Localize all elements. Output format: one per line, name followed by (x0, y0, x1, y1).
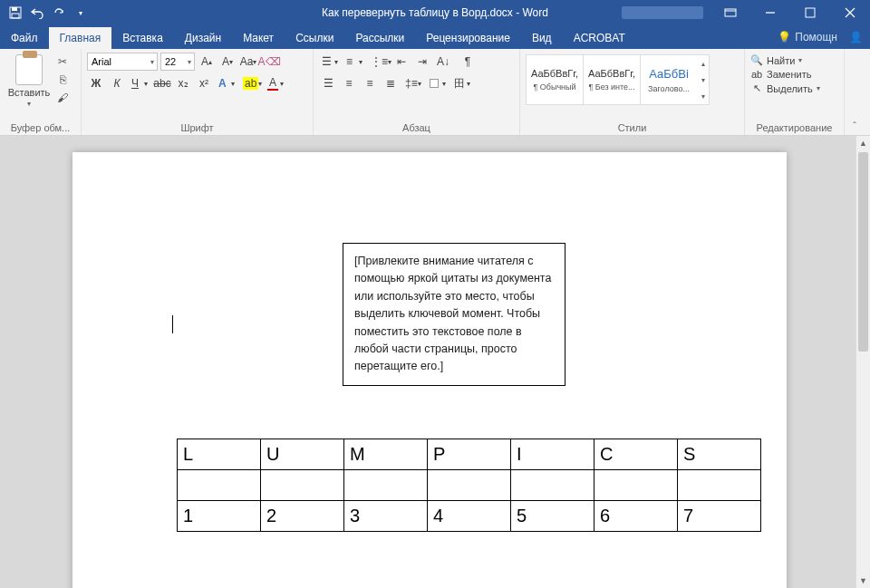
maximize-button[interactable] (790, 0, 830, 25)
borders-button[interactable]: 田▾ (451, 74, 473, 92)
tab-references[interactable]: Ссылки (285, 27, 344, 49)
title-bar: ▾ Как перевернуть таблицу в Ворд.docx - … (0, 0, 870, 25)
font-name-select[interactable]: Arial▾ (87, 53, 158, 71)
svg-rect-6 (806, 8, 815, 17)
tab-review[interactable]: Рецензирование (415, 27, 521, 49)
align-center-button[interactable]: ≡ (340, 74, 358, 92)
undo-button[interactable] (27, 3, 47, 23)
group-styles-label: Стили (526, 120, 739, 135)
tell-me-label: Помощн (795, 31, 837, 43)
collapse-ribbon-button[interactable]: ˆ (845, 49, 865, 135)
italic-button[interactable]: К (108, 74, 126, 92)
group-font: Arial▾ 22▾ A▴ A▾ Aa▾ A⌫ Ж К Ч▾ abc x₂ x²… (82, 49, 314, 135)
share-icon[interactable]: 👤 (848, 30, 863, 44)
document-area: [Привлеките внимание читателя с помощью … (0, 136, 870, 588)
ribbon: Вставить ▾ ✂ ⎘ 🖌 Буфер обм... Arial▾ 22▾… (0, 49, 870, 136)
indent-dec-button[interactable]: ⇤ (392, 53, 411, 71)
group-paragraph-label: Абзац (319, 120, 514, 135)
close-button[interactable] (830, 0, 870, 25)
underline-button[interactable]: Ч▾ (129, 74, 150, 92)
table-row: L U M P I C S (178, 439, 761, 470)
font-name-value: Arial (92, 56, 111, 67)
shading-button[interactable]: ▾ (427, 74, 449, 92)
ribbon-tabs: Файл Главная Вставка Дизайн Макет Ссылки… (0, 25, 870, 49)
paste-icon (15, 54, 43, 85)
replace-icon: ab (750, 69, 763, 80)
group-paragraph: ☰▾ ≡▾ ⋮≡▾ ⇤ ⇥ A↓ ¶ ☰ ≡ ≡ ≣ ‡≡▾ ▾ 田▾ (314, 49, 520, 135)
tab-file[interactable]: Файл (0, 27, 49, 49)
svg-rect-2 (12, 14, 19, 18)
text-effects-button[interactable]: A▾ (216, 74, 237, 92)
group-font-label: Шрифт (87, 120, 307, 135)
scroll-up-button[interactable]: ▲ (856, 136, 870, 150)
bold-button[interactable]: Ж (87, 74, 105, 92)
page[interactable]: [Привлеките внимание читателя с помощью … (72, 152, 787, 588)
svg-rect-3 (725, 9, 736, 16)
superscript-button[interactable]: x² (195, 74, 213, 92)
lightbulb-icon: 💡 (777, 30, 791, 44)
redo-button[interactable] (49, 3, 69, 23)
tab-acrobat[interactable]: ACROBAT (563, 27, 636, 49)
group-clipboard-label: Буфер обм... (5, 120, 75, 135)
paste-button[interactable]: Вставить ▾ (5, 53, 53, 120)
line-spacing-button[interactable]: ‡≡▾ (402, 74, 424, 92)
clear-format-button[interactable]: A⌫ (260, 53, 278, 71)
svg-rect-1 (12, 7, 17, 11)
text-box[interactable]: [Привлеките внимание читателя с помощью … (343, 243, 566, 386)
font-color-button[interactable]: A▾ (265, 74, 286, 92)
group-clipboard: Вставить ▾ ✂ ⎘ 🖌 Буфер обм... (0, 49, 82, 135)
table-row: 1 2 3 4 5 6 7 (178, 501, 761, 532)
align-right-button[interactable]: ≡ (361, 74, 379, 92)
shrink-font-button[interactable]: A▾ (218, 53, 237, 71)
bullets-button[interactable]: ☰▾ (319, 53, 341, 71)
select-button[interactable]: ↖Выделить▾ (750, 82, 820, 94)
subscript-button[interactable]: x₂ (174, 74, 192, 92)
account-placeholder (622, 6, 703, 19)
tab-home[interactable]: Главная (49, 27, 112, 49)
change-case-button[interactable]: Aa▾ (239, 53, 257, 71)
document-table[interactable]: L U M P I C S 1 (177, 439, 761, 532)
scroll-thumb[interactable] (858, 152, 868, 352)
save-button[interactable] (5, 3, 25, 23)
format-painter-button[interactable]: 🖌 (54, 91, 71, 105)
find-icon: 🔍 (750, 54, 763, 66)
grow-font-button[interactable]: A▴ (198, 53, 216, 71)
highlight-button[interactable]: ab▾ (240, 74, 262, 92)
cut-button[interactable]: ✂ (54, 54, 71, 69)
sort-button[interactable]: A↓ (434, 53, 456, 71)
qat-customize-button[interactable]: ▾ (71, 3, 91, 23)
tab-layout[interactable]: Макет (232, 27, 285, 49)
window-buttons (622, 0, 870, 25)
tell-me[interactable]: 💡 Помощн (777, 30, 837, 44)
ribbon-display-button[interactable] (710, 0, 750, 25)
tab-view[interactable]: Вид (521, 27, 563, 49)
scroll-down-button[interactable]: ▼ (856, 574, 870, 588)
style-heading1[interactable]: АаБбВі Заголово... (640, 54, 698, 105)
multilevel-button[interactable]: ⋮≡▾ (368, 53, 390, 71)
font-size-value: 22 (165, 56, 176, 67)
style-normal[interactable]: АаБбВвГг, ¶ Обычный (526, 54, 584, 105)
vertical-scrollbar[interactable]: ▲ ▼ (856, 136, 870, 588)
indent-inc-button[interactable]: ⇥ (413, 53, 431, 71)
text-cursor (172, 315, 173, 333)
quick-access-toolbar: ▾ (0, 3, 91, 23)
group-editing-label: Редактирование (750, 120, 838, 135)
copy-button[interactable]: ⎘ (54, 72, 71, 87)
find-button[interactable]: 🔍Найти▾ (750, 54, 820, 66)
styles-gallery-more[interactable]: ▴▾▾ (697, 54, 710, 105)
select-icon: ↖ (750, 82, 763, 94)
align-justify-button[interactable]: ≣ (382, 74, 400, 92)
numbering-button[interactable]: ≡▾ (343, 53, 365, 71)
align-left-button[interactable]: ☰ (319, 74, 337, 92)
tab-insert[interactable]: Вставка (111, 27, 174, 49)
font-size-select[interactable]: 22▾ (160, 53, 195, 71)
table-row (178, 470, 761, 501)
tab-mailings[interactable]: Рассылки (344, 27, 415, 49)
group-editing: 🔍Найти▾ abЗаменить ↖Выделить▾ Редактиров… (745, 49, 845, 135)
tab-design[interactable]: Дизайн (174, 27, 232, 49)
replace-button[interactable]: abЗаменить (750, 69, 820, 80)
style-no-spacing[interactable]: АаБбВвГг, ¶ Без инте... (583, 54, 641, 105)
minimize-button[interactable] (750, 0, 790, 25)
show-marks-button[interactable]: ¶ (459, 53, 477, 71)
strike-button[interactable]: abc (153, 74, 171, 92)
